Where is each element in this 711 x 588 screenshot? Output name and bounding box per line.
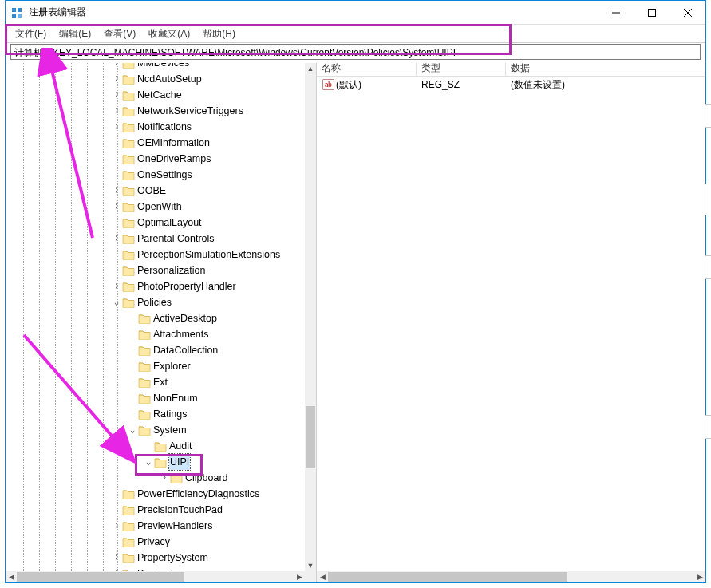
folder-icon (122, 63, 135, 69)
tree-node[interactable]: ·NonEnum (6, 390, 305, 406)
scroll-left-icon[interactable]: ◀ (6, 571, 17, 582)
minimize-button[interactable] (598, 1, 634, 25)
scroll-right-icon[interactable]: ▶ (694, 571, 705, 582)
tree-node[interactable]: ·Ratings (6, 406, 305, 422)
expand-icon[interactable]: › (111, 227, 122, 250)
tree-node-label: ActiveDesktop (153, 310, 217, 326)
tree-node[interactable]: ·Privacy (6, 534, 305, 550)
tree[interactable]: ›MMDevices›NcdAutoSetup›NetCache›Network… (6, 63, 305, 571)
tree-node[interactable]: ·DataCollection (6, 342, 305, 358)
close-button[interactable] (670, 1, 705, 25)
list-header: 名称 类型 数据 (317, 63, 705, 77)
tree-vscrollbar[interactable]: ▲ ▼ (305, 63, 316, 571)
list-body[interactable]: ab(默认)REG_SZ(数值未设置) (317, 77, 705, 582)
tree-node[interactable]: ·PerceptionSimulationExtensions (6, 247, 305, 262)
collapse-icon[interactable]: ⌄ (127, 422, 138, 438)
tree-node[interactable]: ·ActiveDesktop (6, 310, 305, 326)
tree-node[interactable]: ›Parental Controls (6, 231, 305, 247)
svg-rect-1 (18, 8, 22, 12)
content: ›MMDevices›NcdAutoSetup›NetCache›Network… (6, 63, 705, 582)
scroll-thumb[interactable] (306, 406, 315, 468)
scroll-up-icon[interactable]: ▲ (305, 63, 316, 74)
tree-node-label: PowerEfficiencyDiagnostics (137, 486, 259, 502)
folder-icon (122, 169, 135, 180)
expand-icon[interactable]: › (111, 116, 122, 138)
maximize-button[interactable] (634, 1, 670, 25)
col-data[interactable]: 数据 (506, 63, 705, 76)
tree-node[interactable]: ·Ext (6, 374, 305, 390)
tree-node[interactable]: ⌄System (6, 422, 305, 438)
tree-node[interactable]: ·OEMInformation (6, 135, 305, 151)
tree-node-label: Explorer (153, 358, 191, 374)
tree-node[interactable]: ›MMDevices (6, 63, 305, 71)
expand-icon[interactable]: › (111, 515, 122, 537)
menu-file[interactable]: 文件(F) (10, 26, 54, 42)
scroll-left-icon[interactable]: ◀ (317, 571, 328, 582)
tree-node[interactable]: ›PreviewHandlers (6, 518, 305, 534)
folder-icon (122, 488, 135, 499)
tree-node[interactable]: ·PowerEfficiencyDiagnostics (6, 486, 305, 502)
tree-node[interactable]: ›Proximity (6, 566, 305, 571)
scroll-thumb[interactable] (17, 572, 184, 582)
tree-node-label: NetCache (137, 87, 182, 103)
list-hscrollbar[interactable]: ◀ ▶ (317, 571, 705, 582)
tree-node[interactable]: ›Clipboard (6, 470, 305, 486)
menu-view[interactable]: 查看(V) (99, 26, 144, 42)
tree-node-label: Parental Controls (137, 231, 215, 247)
tree-node[interactable]: ›OOBE (6, 183, 305, 199)
tree-node[interactable]: ›PropertySystem (6, 550, 305, 566)
col-name[interactable]: 名称 (317, 63, 417, 76)
svg-rect-0 (12, 8, 16, 12)
folder-icon (170, 472, 183, 483)
tree-node[interactable]: ·OneSettings (6, 167, 305, 183)
tree-node[interactable]: ›OpenWith (6, 199, 305, 215)
tree-node[interactable]: ·Audit (6, 438, 305, 454)
expand-icon[interactable]: › (111, 195, 122, 218)
expand-icon[interactable]: › (159, 467, 170, 489)
string-value-icon: ab (322, 78, 334, 91)
tree-node[interactable]: ·Personalization (6, 262, 305, 278)
folder-icon (122, 73, 135, 85)
tree-node[interactable]: ›NetCache (6, 87, 305, 103)
scroll-down-icon[interactable]: ▼ (305, 560, 316, 571)
tree-node-label: PhotoPropertyHandler (137, 278, 236, 294)
tree-node-label: Audit (169, 438, 192, 454)
menu-help[interactable]: 帮助(H) (198, 26, 243, 42)
tree-node[interactable]: ·OptimalLayout (6, 215, 305, 231)
col-type[interactable]: 类型 (417, 63, 506, 76)
address-bar[interactable]: 计算机\HKEY_LOCAL_MACHINE\SOFTWARE\Microsof… (10, 44, 701, 60)
tree-node[interactable]: ›PhotoPropertyHandler (6, 278, 305, 294)
folder-icon (122, 297, 135, 308)
tree-hscrollbar[interactable]: ◀ ▶ (6, 571, 305, 582)
tree-node-label: PreviewHandlers (137, 518, 212, 534)
folder-icon (138, 329, 151, 340)
tree-node[interactable]: ⌄UIPI (6, 454, 305, 470)
folder-icon (138, 393, 151, 404)
tree-node-label: OOBE (137, 183, 166, 199)
tree-node[interactable]: ·PrecisionTouchPad (6, 502, 305, 518)
tree-node-label: NetworkServiceTriggers (137, 103, 243, 119)
tree-node-label: NcdAutoSetup (137, 71, 202, 87)
folder-icon (122, 504, 135, 515)
expand-icon[interactable]: › (111, 275, 122, 298)
folder-icon (122, 89, 135, 101)
value-row[interactable]: ab(默认)REG_SZ(数值未设置) (317, 77, 705, 93)
tree-node[interactable]: ›NetworkServiceTriggers (6, 103, 305, 119)
tree-node[interactable]: ›Notifications (6, 119, 305, 135)
expand-icon[interactable]: › (111, 562, 122, 571)
value-data: (数值未设置) (506, 77, 705, 93)
scroll-right-icon[interactable]: ▶ (294, 571, 305, 582)
collapse-icon[interactable]: ⌄ (143, 454, 154, 470)
scroll-thumb[interactable] (328, 572, 567, 582)
menu-edit[interactable]: 编辑(E) (54, 26, 99, 42)
tree-node-label: UIPI (169, 454, 190, 470)
tree-node[interactable]: ·OneDriveRamps (6, 151, 305, 167)
tree-node[interactable]: ⌄Policies (6, 294, 305, 310)
folder-icon (122, 185, 135, 196)
menu-favorites[interactable]: 收藏夹(A) (144, 26, 198, 42)
tree-node[interactable]: ·Explorer (6, 358, 305, 374)
tree-node[interactable]: ·Attachments (6, 326, 305, 342)
tree-node[interactable]: ›NcdAutoSetup (6, 71, 305, 87)
tree-node-label: Clipboard (185, 470, 228, 486)
folder-icon (122, 520, 135, 531)
